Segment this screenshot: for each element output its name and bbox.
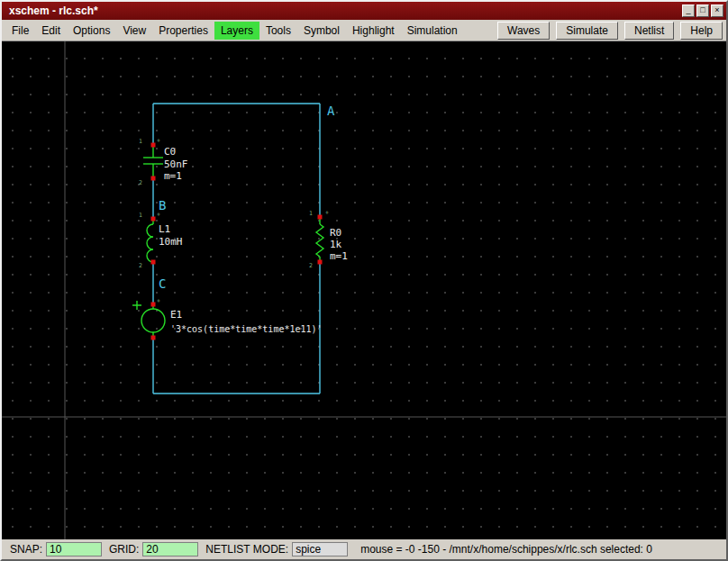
pin-number: 1 xyxy=(309,210,313,217)
pin-number: 1 xyxy=(139,212,142,219)
pin-plus: + xyxy=(157,297,160,304)
netlist-button[interactable]: Netlist xyxy=(624,22,674,40)
statusbar: SNAP: GRID: NETLIST MODE: mouse = -0 -15… xyxy=(2,539,726,559)
menu-item-highlight[interactable]: Highlight xyxy=(346,22,401,40)
netlist-mode-label: NETLIST MODE: xyxy=(205,543,288,556)
menu-item-simulation[interactable]: Simulation xyxy=(401,22,464,40)
pin-number: 2 xyxy=(139,179,142,186)
voltage-source-symbol[interactable] xyxy=(132,301,165,338)
menubar: File Edit Options View Properties Layers… xyxy=(2,20,726,41)
schematic-canvas[interactable]: 1 + 2 1 + 2 + 1 + 2 C0 50nF m=1 L1 10mH … xyxy=(2,41,726,539)
netlist-mode-input[interactable] xyxy=(292,542,348,556)
capacitor-mult[interactable]: m=1 xyxy=(164,170,182,182)
menu-item-edit[interactable]: Edit xyxy=(35,22,67,40)
schematic-svg: 1 + 2 1 + 2 + 1 + 2 C0 50nF m=1 L1 10mH … xyxy=(2,41,726,539)
inductor-ref[interactable]: L1 xyxy=(159,223,170,235)
inductor-value[interactable]: 10mH xyxy=(159,236,183,248)
resistor-ref[interactable]: R0 xyxy=(330,227,341,239)
pin xyxy=(151,217,156,222)
source-value[interactable]: '3*cos(time*time*time*1e11)' xyxy=(170,324,323,334)
plus-polarity-icon xyxy=(132,301,141,310)
pin xyxy=(318,215,323,220)
menu-item-options[interactable]: Options xyxy=(67,22,116,40)
pin xyxy=(151,260,156,265)
menu-item-layers[interactable]: Layers xyxy=(214,22,259,40)
snap-input[interactable] xyxy=(46,542,102,556)
pin xyxy=(318,260,323,265)
window-controls: _ □ × xyxy=(682,5,723,17)
pin-number: 2 xyxy=(139,262,142,269)
pin xyxy=(151,336,156,340)
capacitor-ref[interactable]: C0 xyxy=(164,146,176,158)
grid-input[interactable] xyxy=(142,542,198,556)
source-ref[interactable]: E1 xyxy=(170,309,182,321)
pin-number: 2 xyxy=(309,262,313,269)
menu-item-properties[interactable]: Properties xyxy=(152,22,214,40)
pin xyxy=(151,143,156,148)
net-label-c[interactable]: C xyxy=(159,276,166,291)
simulate-button[interactable]: Simulate xyxy=(556,22,618,40)
xschem-window: xschem - rlc.sch* _ □ × File Edit Option… xyxy=(0,0,728,561)
mouse-status-text: mouse = -0 -150 - /mnt/x/home/schippes/x… xyxy=(360,543,652,556)
capacitor-symbol[interactable] xyxy=(143,145,163,178)
grid-label: GRID: xyxy=(109,543,139,556)
inductor-symbol[interactable] xyxy=(147,219,153,262)
net-wires[interactable] xyxy=(153,104,320,394)
capacitor-value[interactable]: 50nF xyxy=(164,158,188,170)
maximize-icon[interactable]: □ xyxy=(696,5,709,17)
window-title: xschem - rlc.sch* xyxy=(9,5,98,17)
pin-plus: + xyxy=(157,137,160,144)
waves-button[interactable]: Waves xyxy=(497,22,550,40)
net-label-a[interactable]: A xyxy=(327,104,335,118)
snap-label: SNAP: xyxy=(10,543,42,556)
close-icon[interactable]: × xyxy=(711,5,723,17)
resistor-symbol[interactable] xyxy=(316,217,323,262)
menu-item-tools[interactable]: Tools xyxy=(259,22,297,40)
minimize-icon[interactable]: _ xyxy=(682,5,695,17)
menu-item-symbol[interactable]: Symbol xyxy=(297,22,346,40)
resistor-mult[interactable]: m=1 xyxy=(330,250,348,262)
pin xyxy=(151,176,156,181)
menu-item-view[interactable]: View xyxy=(116,22,152,40)
menu-item-file[interactable]: File xyxy=(5,22,35,40)
pin-number: 1 xyxy=(139,138,142,145)
pin xyxy=(151,303,156,307)
pin-plus: + xyxy=(325,209,329,216)
net-label-b[interactable]: B xyxy=(159,198,166,213)
help-button[interactable]: Help xyxy=(680,22,723,40)
resistor-value[interactable]: 1k xyxy=(330,239,342,250)
titlebar[interactable]: xschem - rlc.sch* _ □ × xyxy=(2,2,726,20)
